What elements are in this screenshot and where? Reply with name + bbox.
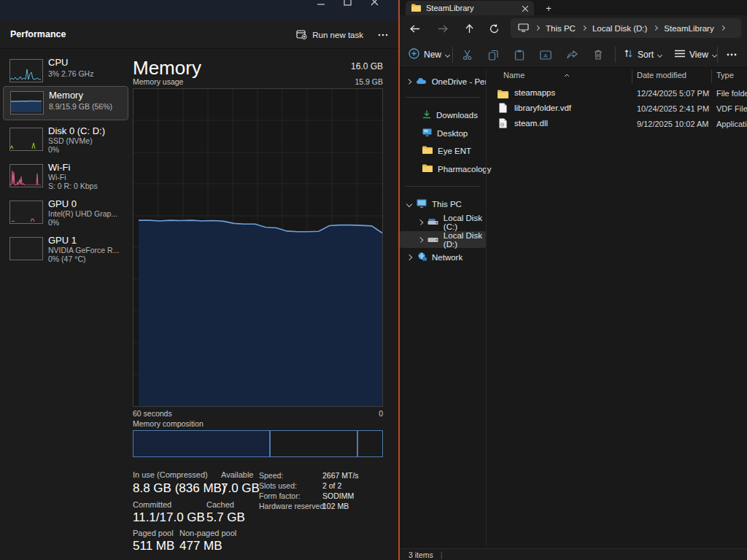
cut-icon[interactable]: [457, 46, 476, 63]
breadcrumb-this-pc[interactable]: This PC: [546, 24, 576, 33]
column-header-name[interactable]: Name: [503, 71, 525, 79]
committed-value: 11.1/17.0 GB: [133, 510, 205, 525]
onedrive-cloud-icon: [416, 77, 427, 86]
view-list-icon: [675, 50, 685, 60]
column-divider[interactable]: [632, 70, 632, 83]
toolbar-divider: [717, 47, 718, 63]
memory-total: 16.0 GB: [133, 61, 383, 71]
formfactor-label: Form factor:: [259, 491, 301, 500]
folder-icon: [411, 1, 421, 15]
nav-pharmacology-label: Pharmacology: [438, 165, 492, 174]
chevron-right-icon: [406, 79, 412, 85]
breadcrumb-steamlibrary[interactable]: SteamLibrary: [664, 24, 713, 33]
column-header-date[interactable]: Date modified: [637, 71, 686, 79]
toolbar-divider: [452, 47, 453, 63]
sidebar-item-gpu0[interactable]: GPU 0 Intel(R) UHD Grap... 0%: [3, 195, 127, 228]
view-button-label: View: [689, 50, 708, 60]
sidebar-item-cpu[interactable]: CPU 3% 2.76 GHz: [3, 54, 127, 87]
explorer-tab[interactable]: SteamLibrary: [406, 1, 534, 15]
nav-item-onedrive[interactable]: OneDrive - Persona: [401, 73, 486, 90]
back-icon[interactable]: [406, 20, 425, 36]
nav-item-desktop[interactable]: Desktop: [401, 125, 486, 141]
file-row-libraryfolder[interactable]: libraryfolder.vdf 10/24/2025 2:41 PM VDF…: [487, 101, 747, 116]
tab-close-icon[interactable]: [522, 1, 528, 15]
composition-standby-segment[interactable]: [271, 431, 358, 456]
toolbar-more-icon[interactable]: [722, 46, 741, 63]
nav-item-local-disk-c[interactable]: Local Disk (C:): [401, 214, 486, 230]
file-row-steamapps[interactable]: steamapps 12/24/2025 5:07 PM File folder: [487, 85, 747, 101]
sidebar-item-wifi[interactable]: Wi-Fi Wi-Fi S: 0 R: 0 Kbps: [3, 159, 127, 192]
nav-desktop-label: Desktop: [437, 129, 468, 138]
view-button[interactable]: View: [675, 45, 716, 64]
new-button[interactable]: New: [409, 45, 449, 64]
forward-icon[interactable]: [433, 20, 452, 36]
tm-titlebar: [0, 0, 398, 20]
rename-icon[interactable]: A: [536, 46, 555, 63]
status-divider: |: [441, 551, 443, 559]
cpu-mini-graph: [9, 59, 43, 82]
nav-item-pharmacology[interactable]: Pharmacology: [401, 160, 486, 177]
graph-time-right: 0: [133, 409, 383, 418]
speed-label: Speed:: [259, 471, 283, 480]
column-divider[interactable]: [711, 70, 712, 83]
breadcrumb[interactable]: This PC Local Disk (D:) SteamLibrary: [511, 18, 741, 38]
folder-icon: [498, 88, 508, 101]
sort-ascending-icon: [564, 67, 570, 80]
share-icon[interactable]: [562, 46, 581, 63]
pane-divider[interactable]: [486, 68, 487, 548]
sidebar-cpu-sub: 3% 2.76 GHz: [48, 69, 93, 78]
composition-free-segment[interactable]: [358, 431, 382, 456]
nav-item-this-pc[interactable]: This PC: [401, 195, 486, 212]
nav-item-network[interactable]: Network: [401, 249, 486, 265]
refresh-icon[interactable]: [484, 20, 503, 36]
file-name: steam.dll: [514, 119, 548, 128]
sort-button-label: Sort: [638, 50, 654, 60]
nav-onedrive-label: OneDrive - Persona: [432, 77, 486, 86]
up-icon[interactable]: [460, 20, 479, 36]
explorer-statusbar: 3 items |: [400, 548, 747, 560]
column-header-type[interactable]: Type: [716, 71, 734, 79]
maximize-icon[interactable]: [336, 0, 358, 8]
slots-value: 2 of 2: [322, 481, 341, 490]
nonpaged-value: 477 MB: [179, 539, 222, 553]
wifi-mini-graph: [9, 164, 43, 187]
page-title: Performance: [10, 29, 66, 39]
new-tab-icon[interactable]: +: [541, 1, 556, 15]
nav-item-local-disk-d[interactable]: Local Disk (D:): [400, 231, 486, 248]
dll-file-icon: [499, 118, 507, 131]
chevron-right-icon: [418, 219, 424, 225]
speed-value: 2667 MT/s: [322, 471, 359, 480]
new-dropdown-icon: [445, 52, 450, 57]
file-type: File folder: [716, 89, 747, 98]
nav-item-downloads[interactable]: Downloads: [401, 106, 486, 123]
memory-composition-label: Memory composition: [133, 419, 204, 428]
run-new-task-icon: [296, 30, 307, 41]
more-options-icon[interactable]: [375, 28, 391, 42]
file-type: Application: [716, 120, 747, 128]
paged-value: 511 MB: [133, 539, 174, 553]
nav-item-eye-ent[interactable]: Eye ENT: [401, 142, 486, 159]
breadcrumb-local-disk-d[interactable]: Local Disk (D:): [592, 24, 647, 33]
minimize-icon[interactable]: [310, 0, 332, 8]
sidebar-item-disk0[interactable]: Disk 0 (C: D:) SSD (NVMe) 0%: [3, 122, 127, 155]
desktop-icon: [422, 128, 432, 138]
sort-button[interactable]: Sort: [624, 45, 662, 64]
run-new-task-button[interactable]: Run new task: [290, 26, 369, 44]
network-icon: [417, 252, 427, 262]
status-item-count: 3 items: [409, 551, 433, 559]
close-icon[interactable]: [363, 0, 385, 8]
sidebar-item-gpu1[interactable]: GPU 1 NVIDIA GeForce R... 0% (47 °C): [3, 232, 127, 265]
composition-inuse-segment[interactable]: [133, 431, 271, 456]
memory-usage-graph: [133, 88, 383, 407]
paste-icon[interactable]: [510, 46, 529, 63]
delete-icon[interactable]: [589, 46, 608, 63]
sort-dropdown-icon: [657, 52, 662, 57]
inuse-value: 8.8 GB (836 MB): [133, 481, 226, 496]
cached-value: 5.7 GB: [206, 510, 245, 525]
toolbar-divider: [615, 47, 616, 63]
nav-local-disk-c-label: Local Disk (C:): [444, 214, 486, 231]
available-label: Available: [221, 470, 253, 479]
file-row-steamdll[interactable]: steam.dll 9/12/2025 10:02 AM Application: [487, 116, 747, 131]
copy-icon[interactable]: [484, 46, 503, 63]
sidebar-item-memory[interactable]: Memory 8.9/15.9 GB (56%): [3, 86, 128, 120]
